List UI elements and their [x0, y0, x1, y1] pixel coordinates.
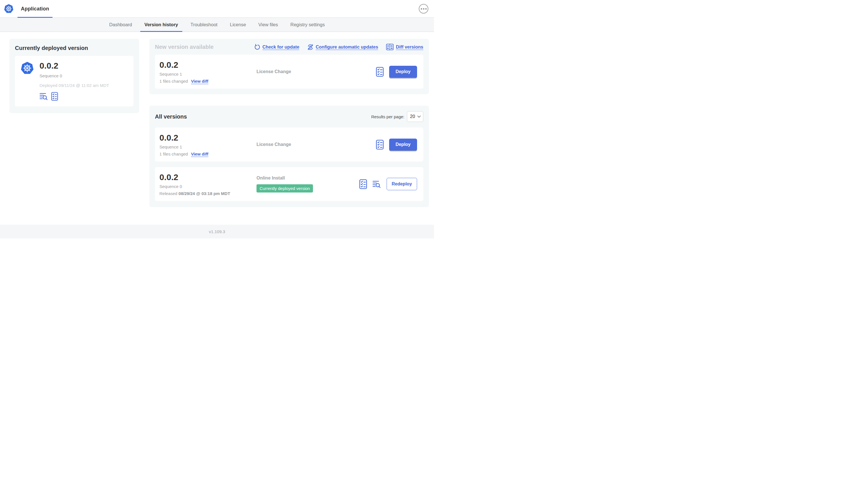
new-version-row: 0.0.2 Sequence 1 1 files changed View di…: [155, 55, 423, 89]
released-prefix: Released: [159, 191, 177, 196]
version-number: 0.0.2: [159, 60, 256, 69]
refresh-icon: [254, 44, 260, 50]
tab-version-history[interactable]: Version history: [140, 18, 182, 32]
app-nav: Dashboard Version history Troubleshoot L…: [0, 18, 434, 32]
configure-automatic-updates-link[interactable]: Configure automatic updates: [307, 44, 378, 50]
all-versions-title: All versions: [155, 114, 187, 120]
tab-license[interactable]: License: [226, 18, 250, 32]
version-row: 0.0.2 Sequence 1 1 files changed View di…: [155, 127, 423, 161]
deployed-timestamp: Deployed 09/11/24 @ 11:02 am MDT: [39, 83, 109, 88]
console-version: v1.109.3: [209, 229, 225, 234]
preflight-checklist-icon[interactable]: [376, 140, 384, 150]
diff-versions-link[interactable]: Diff versions: [386, 44, 423, 50]
version-sequence: Sequence 0: [159, 184, 256, 189]
currently-deployed-version-box: 0.0.2 Sequence 0 Deployed 09/11/24 @ 11:…: [15, 56, 133, 107]
tab-troubleshoot[interactable]: Troubleshoot: [186, 18, 222, 32]
version-source: License Change: [256, 69, 376, 74]
app-title-tab[interactable]: Application: [18, 0, 53, 18]
app-footer: v1.109.3: [0, 225, 434, 239]
ellipsis-icon: [421, 8, 422, 9]
version-row: 0.0.2 Sequence 0 Released 08/29/24 @ 03:…: [155, 167, 423, 201]
logs-icon[interactable]: [372, 180, 381, 188]
new-version-title: New version available: [155, 44, 214, 50]
version-sequence: Sequence 1: [159, 72, 256, 77]
kots-admin-console: Application Dashboard Version history Tr…: [0, 0, 434, 239]
auto-update-clock-icon: [307, 44, 313, 50]
files-changed-text: 1 files changed: [159, 152, 188, 156]
deployed-sequence: Sequence 0: [39, 73, 109, 78]
overflow-menu-button[interactable]: [419, 4, 428, 13]
view-diff-link[interactable]: View diff: [191, 79, 208, 84]
preflight-checklist-icon[interactable]: [376, 67, 384, 77]
redeploy-button[interactable]: Redeploy: [386, 178, 417, 190]
diff-icon: [386, 44, 394, 50]
results-per-page-select[interactable]: 20: [407, 111, 423, 122]
new-version-card: New version available Check for update: [149, 39, 429, 94]
chevron-down-icon: [417, 115, 421, 118]
all-versions-card: All versions Results per page: 20: [149, 106, 429, 207]
active-tab-underline: [18, 17, 53, 18]
currently-deployed-badge: Currently deployed version: [256, 184, 313, 192]
kubernetes-icon: [4, 4, 13, 13]
tab-view-files[interactable]: View files: [254, 18, 282, 32]
version-source: License Change: [256, 142, 376, 147]
version-source: Online Install: [256, 176, 359, 181]
tab-dashboard[interactable]: Dashboard: [105, 18, 136, 32]
app-title: Application: [21, 6, 49, 12]
right-column: New version available Check for update: [149, 39, 429, 207]
preflight-checklist-icon[interactable]: [51, 92, 58, 101]
tab-registry-settings[interactable]: Registry settings: [286, 18, 329, 32]
version-sequence: Sequence 1: [159, 145, 256, 149]
results-per-page-label: Results per page:: [371, 114, 404, 119]
logs-icon[interactable]: [39, 93, 48, 100]
version-number: 0.0.2: [159, 173, 256, 182]
currently-deployed-title: Currently deployed version: [15, 45, 133, 51]
preflight-checklist-icon[interactable]: [359, 179, 367, 189]
view-diff-link[interactable]: View diff: [191, 152, 208, 156]
kubernetes-icon: [21, 62, 34, 75]
deploy-button[interactable]: Deploy: [389, 66, 417, 78]
version-number: 0.0.2: [159, 133, 256, 142]
released-timestamp: 08/29/24 @ 03:18 pm MDT: [179, 191, 230, 196]
app-header: Application: [0, 0, 434, 18]
main-content: Currently deployed version: [0, 32, 434, 207]
currently-deployed-card: Currently deployed version: [9, 39, 139, 113]
deployed-version-number: 0.0.2: [39, 61, 109, 71]
check-for-update-link[interactable]: Check for update: [254, 44, 300, 50]
files-changed-text: 1 files changed: [159, 79, 188, 84]
deploy-button[interactable]: Deploy: [389, 139, 417, 150]
